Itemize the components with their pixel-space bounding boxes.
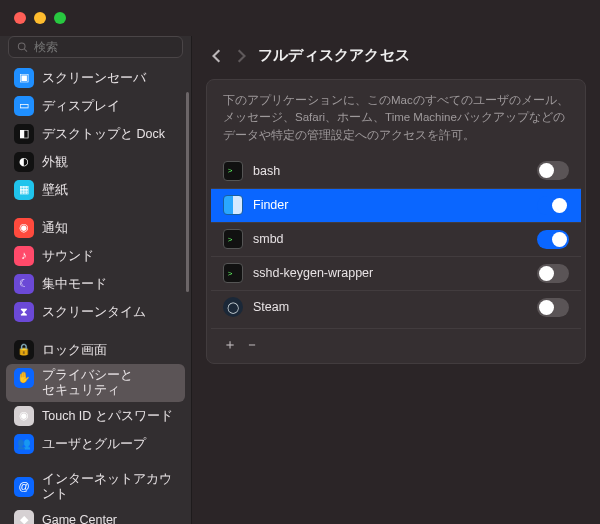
sidebar-item[interactable]: ◧デスクトップと Dock <box>6 120 185 148</box>
app-access-toggle[interactable] <box>537 196 569 215</box>
app-name-label: smbd <box>253 232 527 246</box>
app-list: bashFindersmbdsshd-keygen-wrapper◯Steam <box>211 154 581 324</box>
app-row[interactable]: Finder <box>211 188 581 222</box>
dock-icon: ◧ <box>14 124 34 144</box>
internet-icon: @ <box>14 477 34 497</box>
app-access-toggle[interactable] <box>537 230 569 249</box>
full-disk-access-panel: 下のアプリケーションに、このMacのすべてのユーザのメール、メッセージ、Safa… <box>206 79 586 364</box>
sidebar-item-label: ディスプレイ <box>42 99 120 114</box>
app-access-toggle[interactable] <box>537 264 569 283</box>
app-row[interactable]: smbd <box>211 222 581 256</box>
add-app-button[interactable]: ＋ <box>219 335 241 355</box>
sidebar-item-label: スクリーンタイム <box>42 305 146 320</box>
sidebar-item[interactable]: @インターネットアカウント <box>6 468 185 506</box>
app-name-label: sshd-keygen-wrapper <box>253 266 527 280</box>
app-name-label: Finder <box>253 198 527 212</box>
users-icon: 👥 <box>14 434 34 454</box>
display-icon: ▭ <box>14 96 34 116</box>
sidebar-item[interactable]: ◐外観 <box>6 148 185 176</box>
sidebar-item[interactable]: ♪サウンド <box>6 242 185 270</box>
sidebar-item[interactable]: 👥ユーザとグループ <box>6 430 185 458</box>
notification-icon: ◉ <box>14 218 34 238</box>
terminal-icon <box>223 161 243 181</box>
sidebar-item-label: サウンド <box>42 249 94 264</box>
nav-forward-button[interactable] <box>234 49 248 63</box>
sidebar-item-label: 外観 <box>42 155 68 170</box>
touchid-icon: ◉ <box>14 406 34 426</box>
app-name-label: bash <box>253 164 527 178</box>
content-header: フルディスクアクセス <box>192 36 600 79</box>
sidebar-item[interactable]: ☾集中モード <box>6 270 185 298</box>
sidebar-scrollbar[interactable] <box>186 92 189 292</box>
window-close-button[interactable] <box>14 12 26 24</box>
sidebar-item[interactable]: ▣スクリーンセーバ <box>6 64 185 92</box>
window-minimize-button[interactable] <box>34 12 46 24</box>
sidebar-item-label: デスクトップと Dock <box>42 127 165 142</box>
window-zoom-button[interactable] <box>54 12 66 24</box>
sidebar-item[interactable]: ◆Game Center <box>6 506 185 524</box>
sidebar-item[interactable]: ⧗スクリーンタイム <box>6 298 185 326</box>
list-edit-toolbar: ＋ － <box>211 328 581 357</box>
app-row[interactable]: sshd-keygen-wrapper <box>211 256 581 290</box>
steam-icon: ◯ <box>223 297 243 317</box>
privacy-icon: ✋ <box>14 368 34 388</box>
gamecenter-icon: ◆ <box>14 510 34 524</box>
appearance-icon: ◐ <box>14 152 34 172</box>
search-icon <box>17 41 28 53</box>
terminal-icon <box>223 229 243 249</box>
search-field[interactable] <box>8 36 183 58</box>
sidebar-item-label: 通知 <box>42 221 68 236</box>
sound-icon: ♪ <box>14 246 34 266</box>
panel-description: 下のアプリケーションに、このMacのすべてのユーザのメール、メッセージ、Safa… <box>211 90 581 154</box>
page-title: フルディスクアクセス <box>258 46 410 65</box>
content-pane: フルディスクアクセス 下のアプリケーションに、このMacのすべてのユーザのメール… <box>192 36 600 524</box>
svg-point-0 <box>18 43 25 50</box>
sidebar-list: ▣スクリーンセーバ▭ディスプレイ◧デスクトップと Dock◐外観▦壁紙◉通知♪サ… <box>0 64 191 524</box>
nav-back-button[interactable] <box>210 49 224 63</box>
sidebar-item[interactable]: ▦壁紙 <box>6 176 185 204</box>
sidebar-item-label: ロック画面 <box>42 343 107 358</box>
remove-app-button[interactable]: － <box>241 335 263 355</box>
app-access-toggle[interactable] <box>537 161 569 180</box>
sidebar-item-label: スクリーンセーバ <box>42 71 146 86</box>
app-name-label: Steam <box>253 300 527 314</box>
window-titlebar <box>0 0 600 36</box>
screentime-icon: ⧗ <box>14 302 34 322</box>
sidebar-item-label: インターネットアカウント <box>42 472 177 502</box>
app-row[interactable]: bash <box>211 154 581 188</box>
sidebar-item[interactable]: ▭ディスプレイ <box>6 92 185 120</box>
wallpaper-icon: ▦ <box>14 180 34 200</box>
screensaver-icon: ▣ <box>14 68 34 88</box>
sidebar-item-label: プライバシーと セキュリティ <box>42 368 133 398</box>
terminal-icon <box>223 263 243 283</box>
sidebar-item[interactable]: ✋プライバシーと セキュリティ <box>6 364 185 402</box>
app-row[interactable]: ◯Steam <box>211 290 581 324</box>
sidebar-item[interactable]: 🔒ロック画面 <box>6 336 185 364</box>
sidebar-item-label: Touch ID とパスワード <box>42 409 173 424</box>
svg-line-1 <box>24 49 27 52</box>
focus-icon: ☾ <box>14 274 34 294</box>
lock-icon: 🔒 <box>14 340 34 360</box>
sidebar-item-label: 集中モード <box>42 277 107 292</box>
sidebar-item[interactable]: ◉通知 <box>6 214 185 242</box>
sidebar-item[interactable]: ◉Touch ID とパスワード <box>6 402 185 430</box>
sidebar-item-label: 壁紙 <box>42 183 68 198</box>
search-input[interactable] <box>34 40 174 54</box>
finder-icon <box>223 195 243 215</box>
sidebar-item-label: Game Center <box>42 513 117 525</box>
sidebar: ▣スクリーンセーバ▭ディスプレイ◧デスクトップと Dock◐外観▦壁紙◉通知♪サ… <box>0 36 192 524</box>
app-access-toggle[interactable] <box>537 298 569 317</box>
sidebar-item-label: ユーザとグループ <box>42 437 146 452</box>
